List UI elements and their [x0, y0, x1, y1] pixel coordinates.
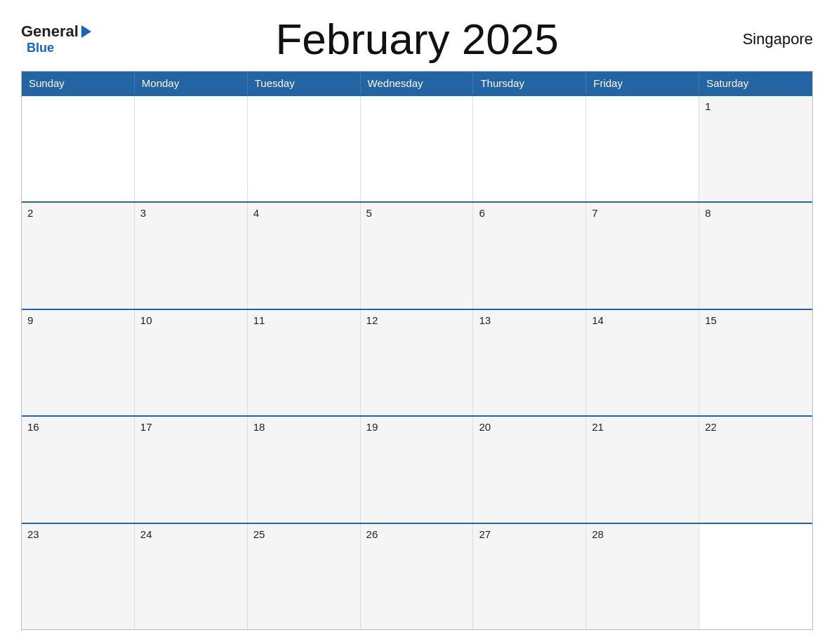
week-row-4: 16171819202122 — [22, 415, 812, 522]
day-cell-empty-w0d5 — [586, 96, 699, 201]
header-monday: Monday — [135, 72, 248, 95]
day-number-20: 20 — [479, 421, 491, 433]
day-number-27: 27 — [479, 528, 491, 540]
day-number-17: 17 — [140, 421, 152, 433]
week-row-1: 1 — [22, 95, 812, 201]
day-cell-empty-w4d6 — [699, 524, 812, 629]
week-row-2: 2345678 — [22, 201, 812, 308]
calendar-body: 1234567891011121314151617181920212223242… — [22, 95, 812, 629]
page-title: February 2025 — [119, 14, 715, 64]
logo-blue-label: Blue — [27, 41, 54, 55]
day-cell-22: 22 — [699, 417, 812, 522]
day-number-23: 23 — [27, 528, 39, 540]
day-cell-13: 13 — [473, 310, 586, 415]
day-cell-empty-w0d0 — [22, 96, 135, 201]
day-number-8: 8 — [705, 207, 710, 219]
header-sunday: Sunday — [22, 72, 135, 95]
day-number-28: 28 — [592, 528, 604, 540]
header-wednesday: Wednesday — [361, 72, 474, 95]
day-cell-2: 2 — [22, 203, 135, 308]
day-cell-3: 3 — [135, 203, 248, 308]
day-cell-15: 15 — [699, 310, 812, 415]
day-number-14: 14 — [592, 314, 604, 326]
day-number-6: 6 — [479, 207, 484, 219]
day-cell-4: 4 — [248, 203, 361, 308]
day-number-1: 1 — [705, 100, 710, 112]
logo-general-text: General — [21, 22, 91, 41]
day-number-4: 4 — [253, 207, 259, 219]
logo-triangle-icon — [81, 25, 91, 38]
header-friday: Friday — [586, 72, 699, 95]
day-cell-24: 24 — [135, 524, 248, 629]
day-cell-5: 5 — [361, 203, 474, 308]
logo: General Blue — [21, 22, 119, 55]
day-number-7: 7 — [592, 207, 597, 219]
day-number-21: 21 — [592, 421, 604, 433]
day-cell-26: 26 — [361, 524, 474, 629]
day-number-11: 11 — [253, 314, 265, 326]
day-cell-9: 9 — [22, 310, 135, 415]
day-number-3: 3 — [140, 207, 146, 219]
day-cell-28: 28 — [586, 524, 699, 629]
day-number-25: 25 — [253, 528, 265, 540]
header-tuesday: Tuesday — [248, 72, 361, 95]
week-row-3: 9101112131415 — [22, 309, 812, 415]
day-cell-21: 21 — [586, 417, 699, 522]
day-cell-11: 11 — [248, 310, 361, 415]
day-number-9: 9 — [27, 314, 33, 326]
day-number-5: 5 — [366, 207, 372, 219]
day-cell-empty-w0d4 — [473, 96, 586, 201]
header-thursday: Thursday — [473, 72, 586, 95]
day-number-2: 2 — [27, 207, 33, 219]
day-number-10: 10 — [140, 314, 152, 326]
day-cell-empty-w0d3 — [361, 96, 474, 201]
header-saturday: Saturday — [699, 72, 812, 95]
day-number-22: 22 — [705, 421, 717, 433]
day-cell-16: 16 — [22, 417, 135, 522]
country-label: Singapore — [715, 30, 813, 48]
day-cell-19: 19 — [361, 417, 474, 522]
day-cell-6: 6 — [473, 203, 586, 308]
day-cell-17: 17 — [135, 417, 248, 522]
day-cell-25: 25 — [248, 524, 361, 629]
page-header: General Blue February 2025 Singapore — [21, 14, 813, 64]
day-number-12: 12 — [366, 314, 378, 326]
day-cell-20: 20 — [473, 417, 586, 522]
day-number-19: 19 — [366, 421, 378, 433]
week-row-5: 232425262728 — [22, 523, 812, 629]
day-cell-1: 1 — [699, 96, 812, 201]
day-cell-27: 27 — [473, 524, 586, 629]
calendar: Sunday Monday Tuesday Wednesday Thursday… — [21, 71, 813, 630]
day-number-26: 26 — [366, 528, 378, 540]
logo-general-label: General — [21, 22, 79, 41]
day-number-24: 24 — [140, 528, 152, 540]
day-cell-10: 10 — [135, 310, 248, 415]
day-cell-18: 18 — [248, 417, 361, 522]
day-number-18: 18 — [253, 421, 265, 433]
day-cell-14: 14 — [586, 310, 699, 415]
day-cell-empty-w0d2 — [248, 96, 361, 201]
day-cell-empty-w0d1 — [135, 96, 248, 201]
day-number-15: 15 — [705, 314, 717, 326]
day-cell-8: 8 — [699, 203, 812, 308]
day-cell-12: 12 — [361, 310, 474, 415]
day-number-13: 13 — [479, 314, 491, 326]
day-headers-row: Sunday Monday Tuesday Wednesday Thursday… — [22, 72, 812, 95]
day-number-16: 16 — [27, 421, 39, 433]
day-cell-23: 23 — [22, 524, 135, 629]
day-cell-7: 7 — [586, 203, 699, 308]
